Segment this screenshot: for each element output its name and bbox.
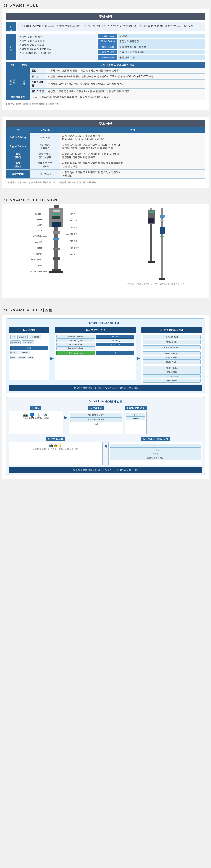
st-ar: AR/AI bbox=[27, 356, 34, 359]
svc-6: 환경관리 안내 bbox=[143, 360, 201, 364]
display-icon: 📺 bbox=[49, 443, 53, 447]
vision-content: 미래 Smart City 및 개별 도시의 목적에 부합되고 시민안전, 편의… bbox=[17, 22, 205, 31]
step2-content: 지주 분석/영상분석 도로 유동/위험 인구 <AI/ML> bbox=[70, 413, 122, 425]
scenario-title: Smart Pole 시스템 개념도 bbox=[9, 400, 202, 404]
section-03-number: 03 bbox=[4, 309, 7, 312]
space-tag-4: 공원/산책 bbox=[10, 340, 21, 344]
service-label-func2: 기능 bbox=[18, 68, 30, 94]
mission-val-3: 일반 보행로 / 상가 보행로 bbox=[118, 44, 205, 49]
shaft-att-3 bbox=[53, 248, 59, 250]
p1-tip bbox=[150, 208, 152, 210]
sys-col-2: 실시간 분석 / 판단 Machine Learning Object Reco… bbox=[55, 328, 136, 384]
step2-body: 지주 분석/영상분석 도로 유동/위험 인구 <AI/ML> bbox=[69, 411, 123, 434]
mm-loc-1: 도로/교량 bbox=[30, 133, 60, 142]
mission-item-1: 시민 생활 안전 확보 bbox=[19, 35, 95, 39]
mission-item-3: 다양한 생활정보 제공 bbox=[19, 43, 95, 47]
mm-row-4: 생활안전형 건물 인접도로외곽지대 사람이 잘 다니지는 않지만 생활편의 기능… bbox=[6, 160, 205, 169]
mission-right-row-5: Safety Park 공원 산책로 등 bbox=[99, 55, 205, 60]
svc-3: 사용자 맞춤 서비스 bbox=[143, 345, 201, 349]
mm-loc-4: 건물 인접도로외곽지대 bbox=[30, 160, 60, 169]
svc-8: 공유 가치들 bbox=[143, 370, 201, 374]
step-2: 2. 분석처리 지주 분석/영상분석 도로 유동/위험 인구 <AI/ML> bbox=[69, 406, 123, 434]
ann-l-10: 배전함 —— bbox=[30, 264, 47, 267]
st-conv: Converter bbox=[20, 351, 30, 354]
mission-item-5: CPTED (환경안전조명) 고려 bbox=[19, 51, 95, 55]
mission-val-1: 도로/교량 bbox=[118, 34, 205, 38]
mm-desc-1: 차량 안전과 시고방지가 주요 목적임(도시외곽, 운전자 시인, 에너지절감 … bbox=[60, 133, 205, 142]
ann-l-7: 비상벨 —— bbox=[30, 247, 47, 249]
mm-desc-2: 사람이 많이 모이는 곳으로 다양한 서비스(상권 분석 등),볼거리, 안전정… bbox=[60, 142, 205, 151]
sensing-tags: 5G/LTE Converter bbox=[10, 351, 48, 355]
svc-4: 공공기관 서비스 bbox=[143, 351, 201, 355]
mission-key-2: Digital Culture bbox=[99, 39, 117, 44]
pole-tip bbox=[54, 205, 59, 208]
ann-right-col: —— 카메라 —— 센서모듈 —— 네트워크 —— 전원공급 —— 제어박스 —… bbox=[65, 208, 79, 256]
func-desc-1: 자동차 주행, 보행 중 생명을 수 있는 안전사고 방지를 위한 정보제공 bbox=[46, 68, 205, 74]
sens-env: 🌡️ 환경센서 bbox=[35, 412, 43, 420]
design-area: 환경센서 —— WiFi AP —— 스피커 —— CCTV —— 태양광패널 … bbox=[6, 208, 205, 285]
mm-th-1: 구분 bbox=[6, 127, 30, 133]
p2-disp bbox=[160, 226, 165, 234]
step-4: 4. 서비스 시나리오 구성 위치 시나리오 컨텐츠 출력 영상 광고 안내 bbox=[108, 437, 202, 465]
func-name-2: 편의성 bbox=[30, 74, 46, 80]
scenario-container: Smart Pole 시스템 개념도 1. 센싱 📷 카메라 🔵 bbox=[6, 397, 205, 475]
step5-content: 📺 📻 💡 안전정보 생활정보, 편의기구, 볼거리 제공, 실시간 안전 서비… bbox=[10, 443, 101, 450]
twin-xr: 공간 Digital Twin XR bbox=[56, 351, 135, 355]
sys-col-1: 실시간 계측 공간 도로/교량 상점/볼거리 공원/산책 건물/아파트 센싱 bbox=[9, 328, 50, 384]
step4-body: 위치 시나리오 컨텐츠 출력 영상 광고 안내 bbox=[108, 442, 202, 465]
mission-val-2: 중심상가/문화공간 bbox=[118, 39, 205, 44]
st-lte: 5G/LTE bbox=[10, 351, 19, 354]
strategy-note: 미래 도시 환경에 부합한 행복하고 쾌적한 도시환경 구축 bbox=[6, 103, 205, 106]
step4-num: 4. 서비스 시나리오 구성 bbox=[141, 437, 170, 441]
ann-l-5: 태양광패널 —— bbox=[30, 235, 47, 238]
step3-body: 위치 Contents bbox=[125, 411, 147, 434]
analysis-grid: Machine Learning Object Recognition Deep… bbox=[56, 335, 135, 350]
shaft-att-1 bbox=[53, 231, 60, 234]
service-label-func: 서비스목표 bbox=[6, 68, 18, 94]
space-tag-5: 건물/아파트 bbox=[22, 340, 34, 344]
p1-top bbox=[148, 210, 155, 224]
section-01-title: SMART POLE bbox=[9, 3, 39, 7]
mission-right-row-3: 생활 정보형 일반 보행로 / 상가 보행로 bbox=[99, 44, 205, 49]
lidar-icon: 🔵 bbox=[29, 412, 34, 417]
func-name-3: 생활정보제공 bbox=[30, 80, 46, 89]
mission-val-4: 건물 인접도로 외곽지대 bbox=[118, 50, 205, 55]
ml-items: Machine Learning Object Recognition Deep… bbox=[56, 335, 95, 350]
ann-r-3: —— 네트워크 bbox=[65, 226, 79, 229]
bigdata-box: Big Data bbox=[96, 335, 135, 339]
step4-item1: 위치 bbox=[110, 443, 201, 447]
shaft-att-4 bbox=[53, 257, 60, 260]
pole-top-equipment bbox=[49, 208, 63, 226]
product-1 bbox=[148, 208, 155, 280]
func-desc-5: Device 설치/수기/제기/변경/ 유지 보수 편리성 확보 및 일/부착 … bbox=[30, 94, 205, 100]
mission-key-1: Safety Driving bbox=[99, 34, 117, 38]
pole-camera bbox=[53, 210, 60, 212]
step5-desc: 안전정보 생활정보, 편의기구, 볼거리 제공, 실시간 안전 서비스 bbox=[10, 448, 101, 450]
step5-body: 📺 📻 💡 안전정보 생활정보, 편의기구, 볼거리 제공, 실시간 안전 서비… bbox=[9, 442, 103, 465]
mm-cat-2: Digital Culture bbox=[6, 142, 30, 151]
step4-item4: 출력 영상 광고 안내 bbox=[110, 456, 201, 460]
space-tag-1: 공간 bbox=[10, 335, 17, 339]
env-icon: 🌡️ bbox=[35, 412, 43, 417]
product-group bbox=[148, 208, 165, 280]
service-body-row-2: 편의성 다양한 생활/관련 Kiosk 등 통한 생활 정보공유 및 보안(Fr… bbox=[6, 74, 205, 80]
step4-item2: 시나리오 bbox=[110, 448, 201, 452]
section-02-header: 02 SMART POLE DESIGN bbox=[0, 195, 211, 204]
sys-col2-body: Machine Learning Object Recognition Deep… bbox=[55, 333, 136, 380]
mm-th-2: 설치장소 bbox=[30, 127, 60, 133]
mm-cat-3: 생활정보형 bbox=[6, 151, 30, 160]
p2-panel bbox=[160, 215, 165, 218]
mm-desc-5: 사람이 많이 모이는 곳으로 편의기구 및 다양한 안전정보제공 결정 bbox=[60, 169, 205, 178]
scenario-row2: 5. 서비스 표출 📺 📻 💡 안전정보 생활정보, 편의기구, 볼거리 제공,… bbox=[9, 437, 202, 465]
p1-shaft bbox=[150, 224, 152, 261]
step-5: 5. 서비스 표출 📺 📻 💡 안전정보 생활정보, 편의기구, 볼거리 제공,… bbox=[9, 437, 103, 465]
func-label-device: 기구 (폴) 제작 bbox=[6, 94, 30, 100]
sens-noise: 🔊 소음계 bbox=[43, 412, 49, 420]
sys-col3-header: 제공/연계/정보 서비스 bbox=[141, 328, 202, 333]
ann-l-3: 스피커 —— bbox=[30, 224, 47, 226]
pole-footer bbox=[49, 271, 63, 273]
scenario-bottom-note: 안전/안전 정보, 생활정보, 편의기구, 볼거리 제공, 실시간 안전 서비스 bbox=[9, 467, 202, 473]
main-mission-panel: 주요 미션 구분 설치장소 특징 Safety Driving 도로/교량 차량… bbox=[2, 117, 209, 188]
p1-base bbox=[148, 261, 155, 263]
section-01-header: 01 SMART POLE bbox=[0, 0, 211, 9]
